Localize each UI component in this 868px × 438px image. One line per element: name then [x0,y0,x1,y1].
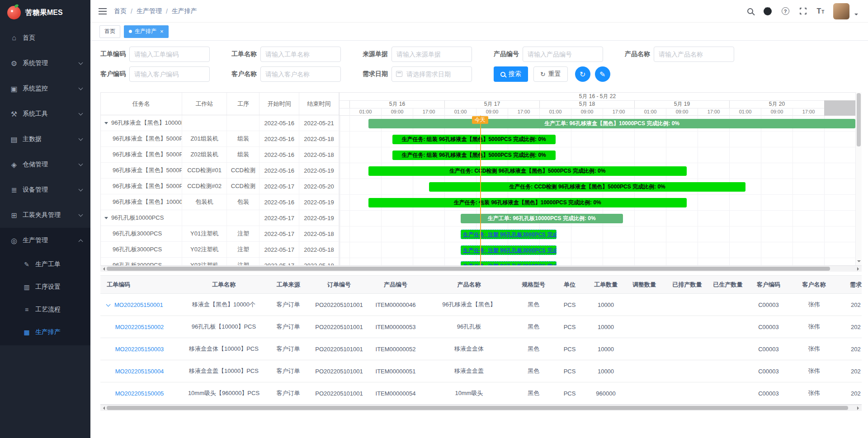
scrollbar-thumb[interactable] [107,406,848,410]
gantt-cell: 2022-05-19 [299,210,339,226]
workorder-code-cell: MO202205150005 [100,382,179,405]
scroll-down-arrow-icon[interactable] [857,260,861,264]
source-doc-input[interactable] [392,47,472,62]
workorder-link[interactable]: MO202205150001 [114,301,163,308]
gantt-cell: 2022-05-19 [299,163,339,178]
cell-unit: PCS [549,316,590,338]
home-icon: ⌂ [9,34,19,42]
breadcrumb-item[interactable]: 首页 [114,7,127,15]
product-code-input[interactable] [523,47,603,62]
gantt-bar[interactable]: 生产任务: 包装 96孔移液盒【黑色】10000PCS 完成比例: 0% [368,198,687,207]
product-name-input[interactable] [654,47,734,62]
sidebar-item-warehouse-management[interactable]: ◈仓储管理 [0,152,90,177]
sidebar-item-system-tools[interactable]: ⚒系统工具 [0,101,90,127]
gantt-column-header: 任务名 [101,93,182,115]
gantt-cell: Y02注塑机 [182,242,227,257]
breadcrumb-item[interactable]: 生产管理 [137,7,162,15]
app-logo[interactable]: 苦糖果MES [0,0,90,25]
cell-qty: 10000 [590,316,622,338]
github-icon[interactable] [763,6,773,17]
gantt-cell: 注塑 [227,226,259,241]
cell-source: 客户订单 [269,382,307,405]
sidebar-item-process-flow[interactable]: ≡工艺流程 [0,298,90,321]
workorder-link[interactable]: MO202205150005 [115,390,164,397]
cell-scheduled_qty [667,382,708,405]
sidebar-item-fixture-management[interactable]: ⊞工装夹具管理 [0,203,90,228]
gantt-bar[interactable]: 生产工单: 96孔移液盒【黑色】10000PCS 完成比例: 0% [368,119,855,128]
gantt-time-label: 17:00 [508,108,539,116]
scrollbar-thumb[interactable] [107,267,830,271]
sidebar-item-production-management[interactable]: ◎生产管理 [0,228,90,253]
gantt-bar[interactable]: 生产任务: CCD检测 96孔移液盒【黑色】5000PCS 完成比例: 0% [368,166,687,176]
task-name-label: 96孔孔板3000PCS [113,261,162,265]
refresh-button[interactable]: ↻ [575,66,590,82]
search-icon[interactable] [745,6,755,17]
orders-horizontal-scrollbar[interactable] [100,405,862,411]
customer-name-input[interactable] [260,66,341,82]
workorder-link[interactable]: MO202205150004 [115,368,164,375]
cell-adjust_qty [622,316,667,338]
dot-icon [129,30,132,33]
expand-caret-icon[interactable] [104,122,108,124]
orders-table-wrap: 工单编码工单名称工单来源订单编号产品编号产品名称规格型号单位工单数量调整数量已排… [100,275,862,405]
gantt-bar[interactable]: 生产任务: 组装 96孔移液盒【黑色】5000PCS 完成比例: 0% [392,151,556,160]
gantt-vertical-scrollbar[interactable] [855,92,862,265]
gantt-row-left: 96孔移液盒【黑色】10000PCS2022-05-162022-05-21 [101,115,339,131]
expand-caret-icon[interactable] [104,217,108,219]
workorder-link[interactable]: MO202205150003 [115,346,164,353]
table-row: MO202205150003移液盒盒体【10000】PCS客户订单PO20220… [100,338,862,360]
gantt-bar[interactable]: 生产任务: 注塑 96孔孔板3000PCS 完成比例: 0% [461,245,557,255]
filter-field-product-name: 产品名称 [625,47,734,62]
tab-production-scheduling[interactable]: 生产排产× [124,25,169,38]
search-button[interactable]: 搜索 [494,66,528,82]
cell-scheduled_qty [667,316,708,338]
gantt-bar[interactable]: 生产任务: 注塑 96孔孔板3000PCS 完成比例: 0% [461,261,557,265]
sidebar-item-equipment-management[interactable]: ≣设备管理 [0,177,90,203]
reset-button[interactable]: ↻ 重置 [533,66,568,82]
sidebar-item-production-scheduling[interactable]: ▦生产排产 [0,321,90,344]
workorder-code-cell: MO202205150004 [100,360,179,382]
sidebar-item-home[interactable]: ⌂首页 [0,25,90,51]
task-name-cell: 96孔移液盒【黑色】5000PCS [101,163,182,178]
sidebar-item-process-settings[interactable]: ▥工序设置 [0,276,90,298]
help-icon[interactable] [780,6,790,17]
scroll-left-arrow-icon[interactable] [101,267,105,271]
tab-home[interactable]: 首页 [99,25,120,38]
sidebar-item-production-workorder[interactable]: ✎生产工单 [0,253,90,276]
scrollbar-thumb[interactable] [857,93,861,146]
sidebar-item-system-management[interactable]: ⚙系统管理 [0,51,90,76]
gantt-horizontal-scrollbar[interactable] [100,265,862,272]
gantt-cell: 2022-05-16 [259,131,299,146]
workorder-code-input[interactable] [129,47,210,62]
fullscreen-icon[interactable] [798,6,808,17]
scroll-left-arrow-icon[interactable] [101,406,105,410]
cell-customer_code: C00003 [748,316,789,338]
gantt-task-list-header: 任务名工作站工序开始时间结束时间 [101,92,339,115]
task-name-label: 96孔移液盒【黑色】5000PCS [113,166,182,174]
gantt-bar[interactable]: 生产任务: 组装 96孔移液盒【黑色】5000PCS 完成比例: 0% [392,135,556,144]
gantt-bar[interactable]: 生产工单: 96孔孔板10000PCS 完成比例: 0% [461,214,623,223]
gantt-cell: 2022-05-19 [299,194,339,210]
scroll-right-arrow-icon[interactable] [857,267,861,271]
customer-code-input[interactable] [129,66,210,82]
sidebar-item-master-data[interactable]: ▤主数据 [0,127,90,152]
menu-fold-button[interactable] [99,8,107,14]
scroll-right-arrow-icon[interactable] [857,406,861,410]
workorder-link[interactable]: MO202205150002 [115,324,164,330]
cell-produced_qty [708,382,748,405]
gantt-bar[interactable]: 生产任务: CCD检测 96孔移液盒【黑色】5000PCS 完成比例: 0% [429,182,745,192]
expand-chevron-icon[interactable] [106,302,111,306]
task-name-cell: 96孔孔板3000PCS [101,258,182,265]
font-size-icon[interactable] [816,6,826,17]
edit-button[interactable]: ✎ [595,66,610,82]
sidebar-item-system-monitor[interactable]: ▣系统监控 [0,76,90,101]
gantt-cell: 组装 [227,131,259,146]
workorder-name-input[interactable] [260,47,341,62]
gantt-time-label: 17:00 [698,108,729,116]
demand-date-input[interactable] [392,66,472,82]
cell-produced_qty [708,360,748,382]
cell-product_code: ITEM00000046 [371,294,420,316]
gantt-bar[interactable]: 生产任务: 注塑 96孔孔板3000PCS 完成比例: 0% [461,230,557,239]
avatar[interactable] [833,3,849,19]
close-icon[interactable]: × [160,28,164,34]
